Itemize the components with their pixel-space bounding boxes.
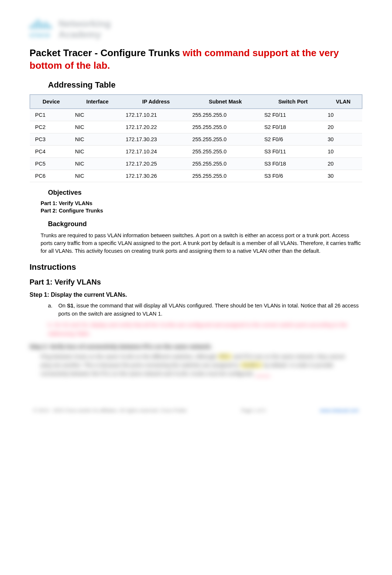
step-letter-a: a.	[48, 302, 58, 318]
objective-item: Part 2: Configure Trunks	[41, 208, 362, 214]
footer-left: © 2013 - 2023 Cisco and/or its affiliate…	[33, 408, 187, 413]
cell-port: S2 F0/6	[261, 133, 325, 145]
cell-interface: NIC	[72, 133, 123, 145]
col-port: Switch Port	[261, 95, 325, 109]
addressing-heading: Addressing Table	[48, 80, 362, 90]
addressing-table: Device Interface IP Address Subnet Mask …	[30, 94, 362, 182]
cell-port: S3 F0/6	[261, 170, 325, 182]
col-mask: Subnet Mask	[189, 95, 261, 109]
objectives-heading: Objectives	[48, 189, 362, 197]
table-row: PC1NIC172.17.10.21255.255.255.0S2 F0/111…	[30, 109, 362, 121]
table-row: PC6NIC172.17.30.26255.255.255.0S3 F0/630	[30, 170, 362, 182]
table-row: PC2NIC172.17.20.22255.255.255.0S2 F0/182…	[30, 121, 362, 133]
brand-sub-2: Academy	[58, 29, 111, 40]
cell-device: PC6	[30, 170, 72, 182]
cell-vlan: 20	[325, 157, 362, 170]
cell-vlan: 30	[325, 170, 362, 182]
step1-a-text: On S1, issue the command that will displ…	[58, 302, 362, 318]
col-vlan: VLAN	[325, 95, 362, 109]
cell-port: S3 F0/18	[261, 157, 325, 170]
cell-mask: 255.255.255.0	[189, 170, 261, 182]
table-row: PC4NIC172.17.10.24255.255.255.0S3 F0/111…	[30, 145, 362, 157]
cell-vlan: 20	[325, 121, 362, 133]
cell-mask: 255.255.255.0	[189, 133, 261, 145]
cell-mask: 255.255.255.0	[189, 157, 261, 170]
table-row: PC5NIC172.17.20.25255.255.255.0S3 F0/182…	[30, 157, 362, 170]
cell-ip: 172.17.10.24	[123, 145, 189, 157]
cell-device: PC1	[30, 109, 72, 121]
cell-mask: 255.255.255.0	[189, 121, 261, 133]
title-black: Packet Tracer - Configure Trunks	[30, 47, 183, 58]
step1-b-blurred: b. On S2 and S3, display and verify that…	[48, 321, 362, 338]
cell-mask: 255.255.255.0	[189, 145, 261, 157]
cisco-bars-icon	[30, 19, 52, 29]
step2-heading-blurred: Step 2: Verify loss of connectivity betw…	[30, 343, 362, 350]
col-ip: IP Address	[123, 95, 189, 109]
footer-center: Page 1 of 3	[241, 408, 266, 413]
objectives-list: Part 1: Verify VLANs Part 2: Configure T…	[41, 200, 362, 214]
cell-device: PC4	[30, 145, 72, 157]
brand-name: cisco	[30, 31, 53, 39]
brand-logo: cisco Networking Academy	[30, 18, 362, 40]
cell-interface: NIC	[72, 121, 123, 133]
background-text: Trunks are required to pass VLAN informa…	[41, 232, 362, 255]
cell-interface: NIC	[72, 170, 123, 182]
cell-port: S3 F0/11	[261, 145, 325, 157]
cell-ip: 172.17.30.26	[123, 170, 189, 182]
cell-interface: NIC	[72, 157, 123, 170]
col-interface: Interface	[72, 95, 123, 109]
brand-sub-1: Networking	[58, 18, 111, 29]
part1-heading: Part 1: Verify VLANs	[30, 278, 362, 286]
objective-item: Part 1: Verify VLANs	[41, 200, 362, 206]
cell-ip: 172.17.30.23	[123, 133, 189, 145]
cell-port: S2 F0/18	[261, 121, 325, 133]
cell-mask: 255.255.255.0	[189, 109, 261, 121]
cell-device: PC5	[30, 157, 72, 170]
cell-device: PC3	[30, 133, 72, 145]
cell-port: S2 F0/11	[261, 109, 325, 121]
page-title: Packet Tracer - Configure Trunks with co…	[30, 47, 362, 72]
cell-vlan: 10	[325, 145, 362, 157]
cell-ip: 172.17.20.22	[123, 121, 189, 133]
background-heading: Background	[48, 220, 362, 228]
cell-vlan: 30	[325, 133, 362, 145]
footer-right: www.netacad.com	[320, 408, 359, 413]
cell-interface: NIC	[72, 109, 123, 121]
step1-heading: Step 1: Display the current VLANs.	[30, 292, 362, 298]
instructions-heading: Instructions	[30, 262, 362, 272]
cell-interface: NIC	[72, 145, 123, 157]
cell-vlan: 10	[325, 109, 362, 121]
cell-ip: 172.17.10.21	[123, 109, 189, 121]
step2-body-blurred: Ping between hosts on the same VLAN on t…	[41, 353, 351, 378]
cell-ip: 172.17.20.25	[123, 157, 189, 170]
table-row: PC3NIC172.17.30.23255.255.255.0S2 F0/630	[30, 133, 362, 145]
step1-a: a. On S1, issue the command that will di…	[48, 302, 362, 318]
page-footer: © 2013 - 2023 Cisco and/or its affiliate…	[30, 408, 362, 413]
table-header-row: Device Interface IP Address Subnet Mask …	[30, 95, 362, 109]
cell-device: PC2	[30, 121, 72, 133]
col-device: Device	[30, 95, 72, 109]
